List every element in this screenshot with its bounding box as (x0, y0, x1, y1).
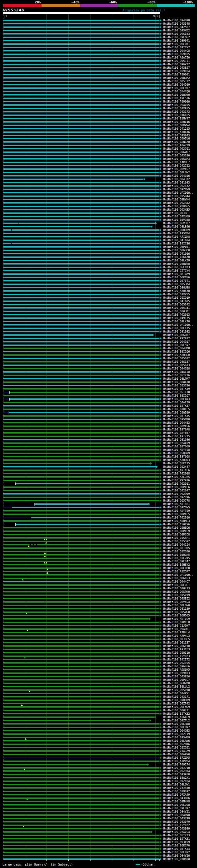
hit-label[interactable]: UniRef100_Q43348 (163, 22, 190, 26)
hit-label[interactable]: UniRef100_B9HBY2 (163, 563, 190, 566)
hit-label[interactable]: UniRef100_A2X5P7 (163, 570, 190, 573)
hit-bar[interactable] (3, 476, 159, 477)
hit-label[interactable]: UniRef100_Q5JJV0 (163, 766, 190, 770)
hit-label[interactable]: UniRef100_Q01IS7 (163, 641, 190, 645)
hit-label[interactable]: UniRef100_O81986 (163, 438, 190, 441)
hit-bar[interactable] (3, 40, 159, 41)
hit-bar[interactable] (3, 574, 159, 576)
hit-bar[interactable] (3, 598, 159, 599)
hit-label[interactable]: UniRef100_O23786 (163, 384, 190, 388)
hit-label[interactable]: UniRef100_Q70KQ8 (163, 858, 190, 861)
hit-label[interactable]: UniRef100_Q5ZQK6 (163, 743, 190, 746)
hit-label[interactable]: UniRef100_Q0PCC7 (163, 678, 190, 682)
hit-bar[interactable] (3, 385, 159, 386)
hit-bar[interactable] (3, 676, 159, 677)
hit-label[interactable]: UniRef100_Q5FC15 (163, 462, 190, 465)
hit-bar[interactable] (3, 354, 159, 355)
hit-label[interactable]: UniRef100_Q6ETD3 (163, 266, 190, 269)
hit-bar[interactable] (3, 301, 159, 302)
hit-bar[interactable] (3, 605, 159, 606)
hit-bar[interactable] (3, 43, 159, 45)
hit-bar[interactable] (3, 436, 159, 437)
hit-label[interactable]: UniRef100_Q5QBP9 (163, 452, 190, 455)
hit-bar[interactable] (3, 152, 159, 153)
hit-bar[interactable] (3, 290, 159, 291)
hit-bar[interactable] (3, 446, 159, 447)
hit-label[interactable]: UniRef100_Q2XQ19 (163, 296, 190, 300)
hit-label[interactable]: UniRef100_Q9ZR32 (163, 202, 190, 205)
hit-bar[interactable] (3, 693, 159, 694)
hit-bar[interactable] (3, 226, 151, 227)
hit-label[interactable]: UniRef100_Q39692 (163, 790, 190, 793)
hit-label[interactable]: UniRef100_P92909 (163, 492, 190, 496)
hit-label[interactable]: UniRef100_Q6PVN1 (163, 245, 190, 249)
hit-bar[interactable] (3, 453, 159, 454)
hit-label[interactable]: UniRef100_Q4AEI8 (163, 370, 190, 374)
hit-bar[interactable] (3, 459, 159, 461)
hit-bar[interactable] (3, 601, 159, 602)
hit-label[interactable]: UniRef100_Q8LK75 (163, 327, 190, 330)
hit-bar[interactable] (3, 821, 159, 823)
hit-label[interactable]: UniRef100_Q8RVW4 (163, 124, 190, 127)
hit-label[interactable]: UniRef100_Q94BX0 (163, 19, 190, 22)
hit-label[interactable]: UniRef100_Q9ZTQ4 (163, 780, 190, 783)
hit-bar[interactable] (3, 831, 151, 833)
hit-bar[interactable] (3, 716, 154, 718)
hit-bar[interactable] (3, 845, 159, 846)
hit-label[interactable]: UniRef100_Q93X59 (163, 841, 190, 844)
hit-label[interactable]: UniRef100_Q8LRN6 (163, 739, 190, 743)
hit-label[interactable]: UniRef100_B8A9V0 (163, 753, 190, 756)
hit-bar[interactable] (3, 422, 159, 423)
hit-label[interactable]: UniRef100_Q42567 (163, 26, 190, 29)
hit-label[interactable]: UniRef100_O24509 (163, 83, 190, 87)
hit-bar[interactable] (3, 131, 159, 133)
hit-bar[interactable] (3, 361, 159, 363)
hit-label[interactable]: UniRef100_Q575T1 (163, 279, 190, 283)
hit-label[interactable]: UniRef100_C1J9H7 (163, 624, 190, 627)
hit-bar[interactable] (3, 686, 159, 687)
hit-label[interactable]: UniRef100_C5WLV6 (163, 523, 190, 526)
hit-bar[interactable] (3, 402, 159, 403)
hit-label[interactable]: UniRef100_A9S6H5 (163, 668, 190, 672)
hit-label[interactable]: UniRef100_B8A2X1 (163, 776, 190, 780)
hit-bar[interactable] (3, 395, 159, 396)
hit-label[interactable]: UniRef100_Q41605 (163, 300, 190, 303)
hit-label[interactable]: UniRef100_P92912 (163, 337, 190, 340)
hit-label[interactable]: UniRef100_Q4AEI9 (163, 401, 190, 404)
hit-bar[interactable] (3, 571, 159, 572)
hit-label[interactable]: UniRef100_Q8RVK8 (163, 262, 190, 266)
hit-label[interactable]: UniRef100_B5TK33 (163, 834, 190, 837)
hit-bar[interactable] (3, 365, 159, 366)
hit-label[interactable]: UniRef100_A7P4L3 (163, 634, 190, 638)
hit-bar[interactable] (3, 669, 159, 670)
hit-label[interactable]: UniRef100_Q8L6W0 (163, 604, 190, 607)
hit-bar[interactable] (3, 334, 152, 336)
hit-label[interactable]: UniRef100_B5TK37 (163, 404, 190, 408)
hit-label[interactable]: UniRef100_C6JS50 (163, 786, 190, 790)
hit-bar[interactable] (3, 341, 159, 342)
hit-bar[interactable] (9, 398, 159, 400)
hit-bar[interactable] (3, 67, 159, 68)
hit-label[interactable]: UniRef100_Q944C8 (163, 49, 190, 53)
hit-label[interactable]: UniRef100_Q6KCH6 (163, 276, 190, 279)
hit-bar[interactable] (3, 706, 159, 708)
hit-label[interactable]: UniRef100_A3QRG0 (163, 353, 190, 357)
hit-bar[interactable] (3, 510, 159, 512)
hit-label[interactable]: UniRef100_Q59IU6 (163, 137, 190, 141)
hit-bar[interactable] (3, 256, 159, 258)
hit-label[interactable]: UniRef100_Q84RM0 (163, 347, 190, 350)
hit-bar[interactable] (3, 168, 159, 170)
hit-label[interactable]: UniRef100_Q43173 (163, 110, 190, 114)
hit-label[interactable]: UniRef100_Q93XB5 (163, 208, 190, 212)
hit-bar[interactable] (3, 277, 159, 278)
hit-bar[interactable] (3, 432, 159, 434)
hit-label[interactable]: UniRef100_B9R9R9 (163, 228, 190, 232)
hit-bar[interactable] (3, 774, 159, 775)
hit-bar[interactable] (3, 730, 159, 731)
hit-bar[interactable] (31, 517, 159, 518)
hit-label[interactable]: UniRef100_B0I1Q7 (163, 394, 190, 398)
hit-label[interactable]: UniRef100_Q8LRN8 (163, 722, 190, 726)
hit-label[interactable]: UniRef100_B9HDD9 (163, 699, 190, 702)
hit-bar[interactable] (3, 595, 159, 596)
hit-bar[interactable] (3, 331, 159, 332)
